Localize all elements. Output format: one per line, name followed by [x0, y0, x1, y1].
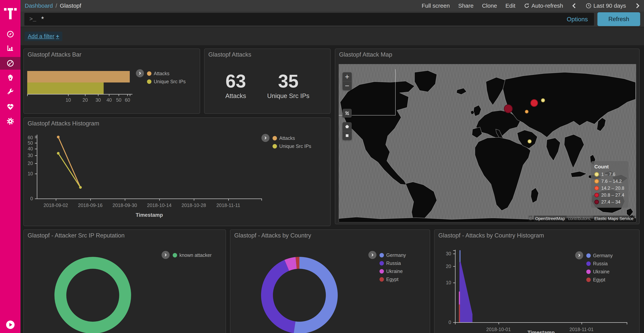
draw-rectangle-button[interactable]: [342, 131, 352, 140]
map-count-legend: Count 1 – 7.6 7.6 – 14.2 14.2 – 20.8 20.…: [591, 161, 628, 208]
legend-item[interactable]: Unique Src IPs: [272, 143, 311, 149]
play-circle-icon: [6, 320, 15, 329]
panel-title: Glastopf Attacks Bar: [28, 51, 82, 58]
svg-text:Timestamp: Timestamp: [136, 212, 163, 218]
time-forward-button[interactable]: [634, 3, 640, 9]
map-legend-item: 1 – 7.6: [594, 172, 624, 177]
polygon-icon: [344, 124, 350, 129]
svg-text:0: 0: [30, 196, 33, 201]
dev-tools-wrench-icon: [6, 88, 14, 96]
openstreetmap-link[interactable]: OpenStreetMap: [534, 216, 566, 222]
legend-toggle-button[interactable]: [136, 69, 144, 77]
svg-text:2018-10-01: 2018-10-01: [486, 327, 511, 332]
legend-item[interactable]: Russia: [586, 261, 613, 266]
legend-item[interactable]: Attacks: [272, 135, 311, 141]
legend-dot: [272, 136, 277, 140]
svg-text:2018-10-28: 2018-10-28: [182, 203, 206, 208]
chart-legend: Germany Russia Ukraine Egypt: [575, 251, 613, 282]
legend-item[interactable]: Egypt: [586, 277, 613, 282]
metric-attacks: 63 Attacks: [226, 72, 246, 100]
query-options-link[interactable]: Options: [567, 16, 588, 23]
zoom-in-button[interactable]: +: [342, 72, 352, 81]
clock-icon: [586, 3, 592, 9]
svg-text:2018-11-11: 2018-11-11: [216, 203, 240, 208]
sidebar-collapse-button[interactable]: [0, 318, 20, 331]
chevron-right-icon: [138, 72, 142, 75]
breadcrumb-current: Glastopf: [60, 3, 81, 9]
full-screen-button[interactable]: Full screen: [422, 3, 450, 9]
svg-text:30: 30: [446, 251, 451, 256]
sidebar-item-monitoring[interactable]: [0, 101, 20, 113]
elastic-maps-service-link[interactable]: Elastic Maps Service: [593, 216, 635, 222]
metric-group: 63 Attacks 35 Unique Src IPs: [204, 72, 330, 100]
refresh-arrow-icon: [524, 3, 530, 9]
panel-title: Glastopf Attack Map: [339, 51, 392, 58]
legend-item[interactable]: Attacks: [147, 71, 186, 76]
breadcrumb-dashboard-link[interactable]: Dashboard: [25, 3, 53, 9]
sidebar-item-visualize[interactable]: [0, 42, 20, 55]
fit-bounds-button[interactable]: [342, 109, 352, 118]
plus-icon: +: [56, 33, 59, 39]
map-legend-item: 7.6 – 14.2: [594, 179, 624, 184]
legend-dot: [594, 186, 599, 190]
add-filter-link[interactable]: Add a filter+: [25, 32, 62, 41]
legend-item[interactable]: known attacker: [173, 252, 212, 258]
legend-toggle-button[interactable]: [575, 251, 583, 259]
legend-toggle-button[interactable]: [162, 251, 170, 259]
refresh-button[interactable]: Refresh: [598, 12, 640, 26]
svg-text:60: 60: [28, 135, 33, 140]
sidebar-item-management[interactable]: [0, 115, 20, 128]
sidebar-item-discover[interactable]: [0, 28, 20, 41]
panel-title: Glastopf - Attacks by Country: [234, 232, 311, 239]
edit-button[interactable]: Edit: [506, 3, 516, 9]
panel-title: Glastopf - Attacker Src IP Reputation: [28, 232, 124, 239]
telekom-t-logo[interactable]: [0, 2, 20, 21]
time-range-picker[interactable]: Last 90 days: [586, 3, 626, 9]
legend-item[interactable]: Egypt: [380, 277, 406, 282]
panel-title: Glastopf - Attacks by Country Histogram: [438, 232, 544, 239]
monitoring-heart-icon: [6, 103, 14, 111]
legend-toggle-button[interactable]: [262, 134, 270, 142]
top-navigation-bar: Dashboard / Glastopf Full screen Share C…: [20, 0, 644, 12]
world-map[interactable]: + − Count: [339, 64, 636, 222]
clone-button[interactable]: Clone: [482, 3, 497, 9]
legend-item[interactable]: Unique Src IPs: [147, 79, 186, 84]
legend-item[interactable]: Germany: [380, 252, 406, 258]
dashboard-gauge-icon: [6, 59, 14, 67]
attack-point: [528, 139, 532, 143]
attack-point: [541, 98, 545, 102]
draw-polygon-button[interactable]: [342, 122, 352, 131]
sidebar-item-dashboard[interactable]: [0, 57, 20, 70]
svg-text:2018-09-16: 2018-09-16: [78, 203, 102, 208]
app-sidebar: [0, 0, 20, 333]
panel-attack-map: Glastopf Attack Map: [335, 49, 640, 224]
chart-legend: Attacks Unique Src IPs: [262, 134, 311, 149]
legend-dot: [586, 277, 591, 282]
legend-dot: [380, 277, 384, 282]
panel-attacks-by-country-histogram: Glastopf - Attacks by Country Histogram …: [434, 229, 640, 333]
attack-point: [504, 104, 513, 113]
legend-toggle-button[interactable]: [368, 251, 376, 259]
legend-dot: [594, 200, 599, 204]
share-button[interactable]: Share: [458, 3, 474, 9]
legend-item[interactable]: Germany: [586, 253, 613, 258]
legend-dot: [147, 79, 152, 84]
query-prompt-icon: >_: [29, 16, 36, 23]
legend-item[interactable]: Russia: [380, 260, 406, 266]
sidebar-item-dev-tools[interactable]: [0, 85, 20, 98]
map-attribution: © OpenStreetMap contributors, Elastic Ma…: [528, 216, 635, 221]
legend-item[interactable]: Ukraine: [586, 269, 613, 274]
auto-refresh-button[interactable]: Auto-refresh: [524, 3, 563, 9]
panel-src-ip-reputation: Glastopf - Attacker Src IP Reputation kn…: [24, 229, 226, 333]
time-back-button[interactable]: [572, 3, 577, 9]
legend-dot: [586, 269, 591, 274]
legend-dot: [586, 253, 591, 258]
zoom-out-button[interactable]: −: [342, 81, 352, 90]
panel-title: Glastopf Attacks: [208, 51, 251, 58]
sidebar-item-timelion[interactable]: [0, 71, 20, 84]
svg-text:20: 20: [82, 97, 88, 103]
svg-text:50: 50: [28, 140, 33, 146]
query-text[interactable]: *: [41, 15, 567, 23]
legend-item[interactable]: Ukraine: [380, 268, 406, 274]
search-query-input[interactable]: >_ * Options: [24, 13, 594, 26]
